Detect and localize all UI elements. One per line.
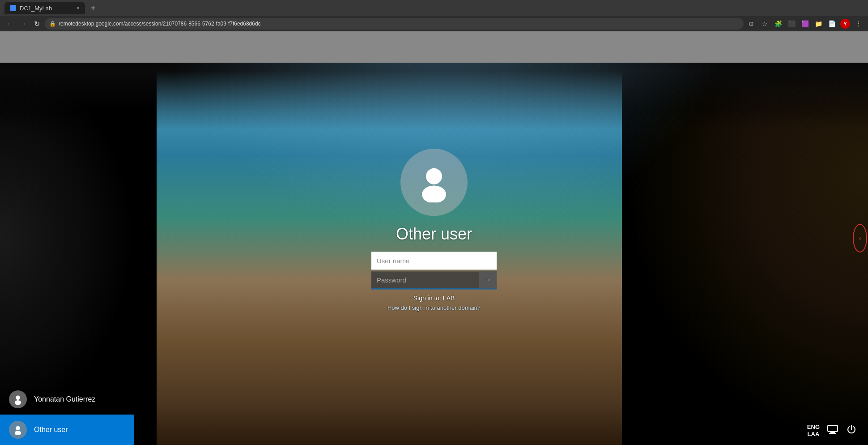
svg-point-4 <box>16 426 20 431</box>
user-thumb-yonnatan <box>9 390 27 408</box>
password-input[interactable] <box>371 271 479 288</box>
password-row: → <box>371 271 497 289</box>
user-name-yonnatan: Yonnatan Gutierrez <box>34 395 95 403</box>
url-text: remotedesktop.google.com/access/session/… <box>59 21 261 27</box>
tab-title: DC1_MyLab <box>20 5 52 12</box>
svg-point-0 <box>426 168 442 184</box>
user-switcher: Yonnatan Gutierrez Other user <box>0 384 134 445</box>
tab-favicon <box>10 5 16 11</box>
user-display-name: Other user <box>396 225 472 244</box>
another-domain-link[interactable]: How do I sign in to another domain? <box>387 304 481 311</box>
username-input[interactable] <box>371 252 497 270</box>
svg-point-5 <box>15 431 21 435</box>
power-icon[interactable] <box>846 424 857 438</box>
svg-point-1 <box>422 186 446 203</box>
user-thumb-other <box>9 421 27 439</box>
menu-icon[interactable]: ⋮ <box>854 19 864 29</box>
svg-rect-7 <box>830 432 835 433</box>
language-line1: ENG <box>807 424 820 431</box>
refresh-button[interactable]: ↻ <box>31 18 42 29</box>
address-bar[interactable]: 🔒 remotedesktop.google.com/access/sessio… <box>45 18 744 30</box>
right-edge-chevron: ‹ <box>859 234 861 242</box>
back-button[interactable]: ← <box>4 18 15 29</box>
cast-icon[interactable]: ⊙ <box>746 19 756 29</box>
profile-avatar[interactable]: Y <box>840 19 850 29</box>
svg-point-2 <box>16 396 20 400</box>
user-item-yonnatan[interactable]: Yonnatan Gutierrez <box>0 384 134 415</box>
svg-rect-6 <box>828 425 838 432</box>
right-edge-marker: ‹ <box>853 224 867 252</box>
tab-bar: DC1_MyLab × + <box>0 0 868 16</box>
language-indicator[interactable]: ENG LAA <box>807 424 820 437</box>
toolbar-icons: ⊙ ☆ 🧩 ⬛ 🟪 📁 📄 Y ⋮ <box>746 19 864 29</box>
main-content: Other user → Sign in to: LAB How do I si… <box>0 31 868 445</box>
network-icon[interactable] <box>827 424 838 438</box>
language-line2: LAA <box>808 431 820 438</box>
system-tray: ENG LAA <box>807 424 857 438</box>
extension3-icon[interactable]: 🟪 <box>800 19 810 29</box>
extension2-icon[interactable]: ⬛ <box>787 19 796 29</box>
remote-desktop-toolbar <box>0 31 868 63</box>
extension5-icon[interactable]: 📄 <box>827 19 837 29</box>
login-panel: Other user → Sign in to: LAB How do I si… <box>362 149 506 311</box>
forward-button[interactable]: → <box>18 18 29 29</box>
svg-rect-8 <box>829 433 836 434</box>
user-name-other: Other user <box>34 426 68 434</box>
browser-chrome: DC1_MyLab × + ← → ↻ 🔒 remotedesktop.goog… <box>0 0 868 31</box>
extension-icon[interactable]: 🧩 <box>773 19 783 29</box>
password-submit-button[interactable]: → <box>479 271 497 288</box>
bookmark-icon[interactable]: ☆ <box>760 19 770 29</box>
new-tab-button[interactable]: + <box>88 3 98 13</box>
tab-close-button[interactable]: × <box>77 5 80 11</box>
user-avatar-circle <box>400 149 468 216</box>
extension4-icon[interactable]: 📁 <box>813 19 823 29</box>
user-avatar-icon <box>414 162 454 202</box>
active-tab[interactable]: DC1_MyLab × <box>4 2 85 14</box>
svg-point-3 <box>15 400 21 405</box>
lock-icon: 🔒 <box>49 21 56 27</box>
browser-toolbar: ← → ↻ 🔒 remotedesktop.google.com/access/… <box>0 16 868 31</box>
user-item-other[interactable]: Other user <box>0 415 134 445</box>
sign-in-to-label: Sign in to: LAB <box>413 295 455 302</box>
